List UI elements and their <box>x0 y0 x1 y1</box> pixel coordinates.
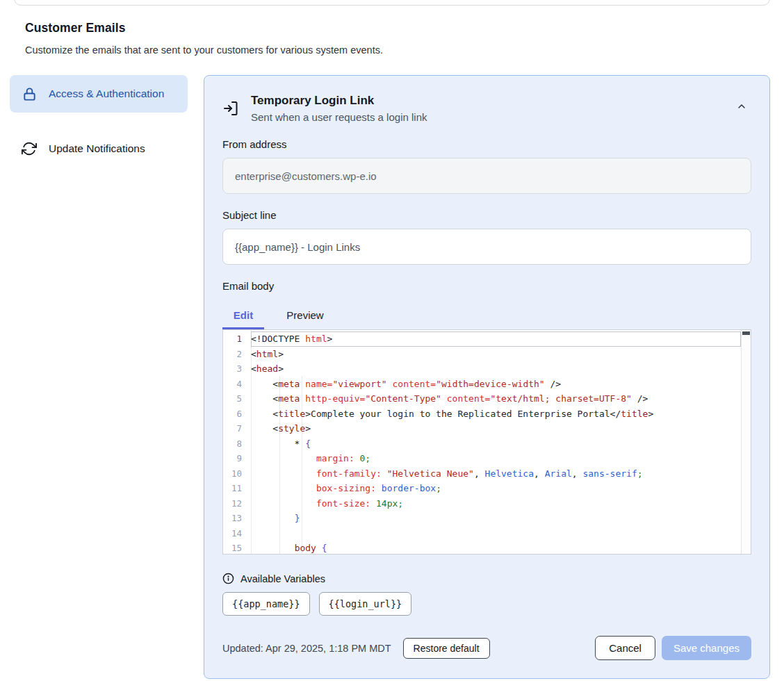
available-variables-label: Available Variables <box>240 573 325 584</box>
from-address-input[interactable] <box>222 158 751 194</box>
card-title: Temporary Login Link <box>251 94 720 108</box>
collapse-card-button[interactable] <box>732 97 751 116</box>
tab-edit[interactable]: Edit <box>222 302 264 329</box>
lock-icon <box>21 85 38 102</box>
code-line[interactable]: 15 body { <box>223 541 741 555</box>
code-line[interactable]: 11 box-sizing: border-box; <box>223 481 741 496</box>
code-editor-lines: 1<!DOCTYPE html>2<html>3<head>4 <meta na… <box>223 331 741 555</box>
sidebar-item-update-notifications[interactable]: Update Notifications <box>10 130 188 167</box>
code-line[interactable]: 5 <meta http-equiv="Content-Type" conten… <box>223 391 741 407</box>
info-icon <box>222 573 234 584</box>
card-subtitle: Sent when a user requests a login link <box>251 111 720 123</box>
from-address-label: From address <box>222 138 751 150</box>
code-line[interactable]: 7 <style> <box>223 421 741 436</box>
page-header: Customer Emails Customize the emails tha… <box>0 0 784 56</box>
page-title: Customer Emails <box>25 21 759 35</box>
variable-chips: {{app_name}}{{login_url}} <box>222 592 751 616</box>
tab-preview[interactable]: Preview <box>281 302 329 329</box>
editor-scrollbar-thumb[interactable] <box>742 331 750 335</box>
code-line[interactable]: 10 font-family: "Helvetica Neue", Helvet… <box>223 466 741 482</box>
code-line[interactable]: 2<html> <box>223 347 741 362</box>
save-changes-button[interactable]: Save changes <box>662 636 751 660</box>
code-line[interactable]: 14 <box>223 526 741 541</box>
chevron-up-icon <box>736 101 747 112</box>
updated-timestamp: Updated: Apr 29, 2025, 1:18 PM MDT <box>222 643 391 654</box>
restore-default-button[interactable]: Restore default <box>403 638 490 659</box>
code-line[interactable]: 8 * { <box>223 436 741 452</box>
email-settings-card: Temporary Login Link Sent when a user re… <box>204 75 770 679</box>
email-body-tabs: Edit Preview <box>222 302 751 329</box>
subject-line-input[interactable] <box>222 229 751 265</box>
cancel-button[interactable]: Cancel <box>595 636 655 660</box>
page-subtitle: Customize the emails that are sent to yo… <box>25 44 759 56</box>
sidebar-item-access-authentication[interactable]: Access & Authentication <box>10 75 188 113</box>
refresh-icon <box>21 140 38 157</box>
sidebar-item-label: Update Notifications <box>49 140 145 157</box>
code-line[interactable]: 6 <title>Complete your login to the Repl… <box>223 407 741 422</box>
code-editor[interactable]: 1<!DOCTYPE html>2<html>3<head>4 <meta na… <box>222 329 751 555</box>
code-line[interactable]: 9 margin: 0; <box>223 451 741 466</box>
main-layout: Access & Authentication Update Notificat… <box>10 75 770 679</box>
sidebar-item-label: Access & Authentication <box>49 85 164 102</box>
email-body-label: Email body <box>222 280 751 292</box>
sidebar: Access & Authentication Update Notificat… <box>10 75 188 167</box>
variable-chip[interactable]: {{login_url}} <box>319 592 412 616</box>
previous-card-bottom-edge <box>14 0 770 6</box>
subject-line-label: Subject line <box>222 209 751 221</box>
card-footer: Updated: Apr 29, 2025, 1:18 PM MDT Resto… <box>222 636 751 660</box>
code-line[interactable]: 3<head> <box>223 361 741 377</box>
code-line[interactable]: 4 <meta name="viewport" content="width=d… <box>223 377 741 392</box>
code-line[interactable]: 13 } <box>223 511 741 526</box>
code-line[interactable]: 12 font-size: 14px; <box>223 496 741 511</box>
log-in-icon <box>222 100 239 117</box>
code-line[interactable]: 1<!DOCTYPE html> <box>223 331 741 347</box>
card-header: Temporary Login Link Sent when a user re… <box>222 94 751 123</box>
editor-scrollbar[interactable] <box>741 330 751 554</box>
variable-chip[interactable]: {{app_name}} <box>222 592 310 616</box>
